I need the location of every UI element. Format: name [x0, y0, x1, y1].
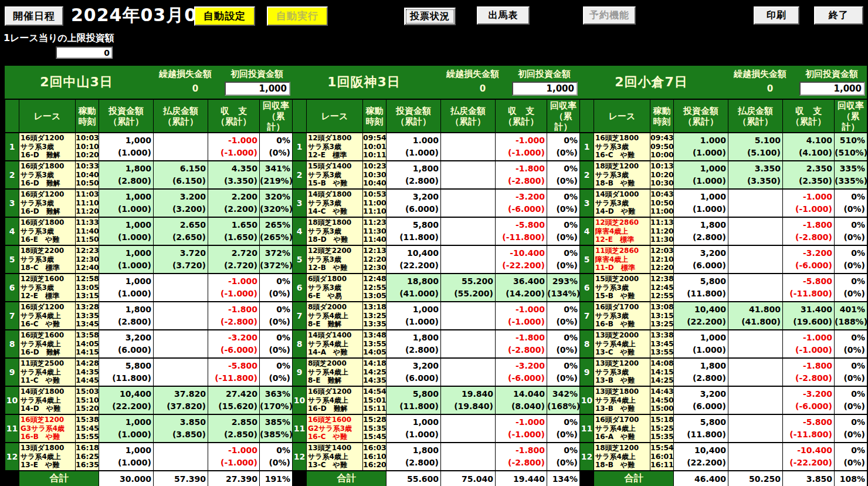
race-cell[interactable]: 12頭ダ1800 サラ系3歳 12-E 標準: [307, 133, 363, 161]
race-cell[interactable]: 16頭芝1600 サラ系4歳上 16-D 難解: [19, 330, 76, 358]
time-cell: 10:23 10:30 10:40: [363, 161, 386, 189]
race-cell[interactable]: 13頭芝1800 サラ系4歳上 13-B や難: [594, 386, 650, 414]
race-headcount-distance: 13頭芝1800: [594, 387, 650, 396]
race-cell[interactable]: 16頭ダ1200 サラ系3歳 16-D 難解: [19, 133, 76, 161]
schedule-button[interactable]: 開催日程: [5, 6, 63, 26]
race-cell[interactable]: 12頭芝2860 障害4歳上 12-E 標準: [594, 217, 650, 245]
balance-cell: -1.800 (-2.800): [783, 358, 835, 386]
balance-value: -1.000: [208, 444, 259, 457]
race-cell[interactable]: 8頭芝2000 サラ系4歳上 8-E 難解: [307, 358, 363, 386]
race-cell[interactable]: 14頭ダ1000 サラ系3歳 14-D や難: [594, 189, 650, 217]
race-cell[interactable]: 18頭芝2200 サラ系3歳 18-C 標準: [19, 245, 76, 274]
race-class: サラ系3歳: [594, 143, 650, 151]
race-cell[interactable]: 14頭ダ1800 サラ系4歳上 14-D や難: [19, 386, 76, 414]
payout-value: 2.650: [154, 219, 208, 231]
vote-status-button[interactable]: 投票状況: [404, 8, 456, 25]
race-cell[interactable]: 12頭芝1600 サラ系3歳 12-E 標準: [19, 274, 76, 302]
rate-cumulative: (0%): [835, 203, 867, 215]
time-1: 10:13: [650, 162, 673, 171]
initial-investment-input[interactable]: [799, 82, 865, 96]
time-3: 11:40: [363, 235, 386, 244]
rate-cell: 265% (265%): [260, 217, 293, 245]
race-cell[interactable]: 16頭芝1800 サラ系3歳 16-C や難: [594, 133, 650, 161]
initial-investment-input[interactable]: [512, 82, 578, 96]
race-cell[interactable]: 16頭ダ1200 サラ系4歳上 16-C や難: [19, 302, 76, 330]
race-cell[interactable]: 16頭ダ1800 サラ系3歳 16-E や難: [19, 217, 76, 245]
race-cell[interactable]: 13頭芝1200 サラ系3歳 13-B や難: [594, 358, 650, 386]
invest-value: 5,800: [99, 360, 153, 372]
race-cell[interactable]: 16頭ダ1200 サラ系4歳上 16-D 難解: [307, 386, 363, 414]
payout-cell: [441, 443, 496, 471]
reserve-function-button[interactable]: 予約機能: [583, 6, 636, 25]
race-headcount-distance: 12頭芝2200: [307, 247, 362, 255]
race-cell[interactable]: 13頭ダ1800 サラ系4歳上 13-E や難: [19, 443, 76, 471]
time-2: 10:30: [363, 171, 386, 180]
race-cell[interactable]: 16頭ダ1700 サラ系4歳上 16-A や難: [594, 414, 650, 443]
race-difficulty: 16-D 難解: [19, 151, 75, 160]
race-cell[interactable]: 8頭ダ2000 サラ系4歳上 8-E 難解: [307, 302, 363, 330]
balance-cell: 14.040 (8.040): [496, 386, 547, 414]
invest-cumulative: (1.000): [99, 231, 153, 244]
invest-cell: 3,200 (6.000): [674, 245, 728, 274]
race-cell[interactable]: 14頭ダ1800 サラ系3歳 14-C や難: [307, 189, 363, 217]
invest-cumulative: (22.200): [386, 259, 440, 272]
auto-set-button[interactable]: 自動設定: [194, 6, 255, 26]
print-button[interactable]: 印刷: [754, 6, 799, 25]
invest-cumulative: (1.000): [99, 428, 153, 441]
race-headcount-distance: 16頭芝1600: [307, 416, 362, 424]
time-cell: 10:43 10:50 11:00: [650, 189, 674, 217]
per-race-limit-input[interactable]: [56, 46, 113, 59]
race-cell[interactable]: 18頭芝1200 サラ系4歳上 18-B や難: [594, 443, 650, 471]
race-headcount-distance: 15頭芝2000: [594, 275, 650, 284]
race-cell[interactable]: 16頭芝1600 G2サラ系3歳 16-C や難: [307, 414, 363, 443]
race-difficulty: 18-C 標準: [19, 264, 75, 272]
race-cell[interactable]: 12頭芝2200 サラ系3歳 12-B や難: [307, 245, 363, 274]
race-cell[interactable]: 16頭芝1200 G3サラ系4歳 16-B や難: [19, 414, 76, 443]
rate-cumulative: (0%): [260, 344, 292, 356]
payout-cell: [728, 217, 783, 245]
rate-cumulative: (0%): [547, 259, 579, 272]
rate-cell: 0% (0%): [835, 189, 867, 217]
race-cell[interactable]: 13頭芝1400 サラ系4歳上 13-C や難: [307, 443, 363, 471]
payout-column-header: 払戻金額（累計）: [728, 99, 783, 133]
race-cell[interactable]: 18頭芝1800 サラ系3歳 18-D や難: [307, 217, 363, 245]
race-cell[interactable]: 16頭ダ1800 サラ系3歳 16-D 難解: [19, 161, 76, 189]
race-number: 7: [5, 302, 19, 330]
race-difficulty: 16-C や難: [594, 151, 650, 160]
balance-value: -1.800: [783, 360, 834, 372]
rate-cumulative: (0%): [260, 288, 292, 300]
auto-run-button[interactable]: 自動実行: [267, 6, 328, 26]
initial-investment-input[interactable]: [225, 82, 290, 96]
race-difficulty: 16-D 難解: [307, 404, 362, 413]
balance-cumulative: (14.200): [496, 288, 547, 300]
entry-table-button[interactable]: 出馬表: [477, 6, 530, 25]
race-cell[interactable]: 16頭ダ1700 サラ系3歳 16-B や難: [594, 302, 650, 330]
race-column-header: レース: [19, 99, 76, 133]
race-class: サラ系3歳: [19, 227, 75, 236]
time-2: 16:10: [363, 453, 386, 461]
race-row: 9 8頭芝2000 サラ系4歳上 8-E 難解 14:18 14:25 14:3…: [293, 358, 580, 386]
invest-cell: 1,000 (1.000): [386, 302, 441, 330]
race-cell[interactable]: 16頭ダ1200 サラ系3歳 16-D 難解: [19, 189, 76, 217]
venue-header: 1回阪神3日 繰越損失金額 0 初回投資金額: [292, 66, 579, 99]
balance-cumulative: (-22.200): [496, 259, 547, 272]
race-cell[interactable]: 18頭芝1200 サラ系3歳 18-B や難: [594, 161, 650, 189]
balance-cell: 27.420 (15.620): [208, 386, 260, 414]
race-class: サラ系4歳上: [19, 396, 75, 405]
rate-cell: 510% (510%): [835, 133, 867, 161]
race-cell[interactable]: 11頭芝2860 障害4歳上 11-D 標準: [594, 245, 650, 274]
race-cell[interactable]: 15頭芝2000 サラ系3歳 15-B や難: [594, 274, 650, 302]
race-difficulty: 18-B や難: [594, 179, 650, 188]
race-difficulty: 13-C や難: [594, 348, 650, 357]
time-1: 14:18: [363, 359, 386, 368]
race-cell[interactable]: 13頭芝2000 サラ系4歳上 13-C や難: [594, 330, 650, 358]
race-cell[interactable]: 11頭芝2500 サラ系4歳上 11-C や難: [19, 358, 76, 386]
race-cell[interactable]: 15頭ダ1400 サラ系3歳 15-B や難: [307, 161, 363, 189]
race-column-header: レース: [594, 99, 650, 133]
race-cell[interactable]: 6頭ダ1800 サラ系3歳 6-E や易: [307, 274, 363, 302]
quit-button[interactable]: 終了: [814, 6, 863, 25]
time-column-header: 稼動時刻: [363, 99, 386, 133]
race-cell[interactable]: 14頭ダ1400 サラ系4歳上 14-A や難: [307, 330, 363, 358]
total-payout: 75.040: [441, 471, 496, 486]
time-3: 10:30: [650, 179, 673, 188]
